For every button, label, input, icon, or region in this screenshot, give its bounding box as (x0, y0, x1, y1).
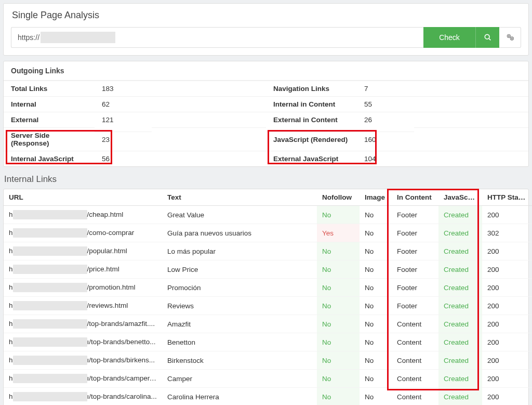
stat-value: 160 (357, 132, 414, 147)
settings-button[interactable] (499, 27, 521, 48)
search-icon (484, 33, 492, 42)
url-cell[interactable]: h/price.html (4, 260, 162, 279)
table-header-row: URLTextNofollowImageIn ContentJavaScript… (4, 189, 532, 206)
http-status-cell: 200 (482, 242, 532, 260)
nofollow-cell: No (317, 370, 360, 388)
nofollow-cell: No (317, 351, 360, 370)
table-row[interactable]: h/como-comprarGuía para nuevos usuariosY… (4, 224, 532, 242)
outgoing-links-stats: Total Links183Navigation Links7Internal6… (4, 81, 528, 166)
nofollow-cell: No (317, 260, 360, 279)
column-header[interactable]: Nofollow (317, 189, 360, 206)
stat-label: Internal JavaScript (4, 151, 95, 166)
column-header[interactable]: Text (162, 189, 317, 206)
http-status-cell: 302 (482, 224, 532, 242)
url-cell[interactable]: h/cheap.html (4, 206, 162, 224)
javascript-cell: Created (438, 279, 482, 297)
column-header[interactable]: HTTP Status (482, 189, 532, 206)
table-row[interactable]: h/promotion.htmlPromociónNoNoFooterCreat… (4, 279, 532, 297)
redaction-mask (13, 246, 87, 256)
http-status-cell: 200 (482, 279, 532, 297)
table-body: h/cheap.htmlGreat ValueNoNoFooterCreated… (4, 206, 532, 406)
stat-value: 55 (357, 96, 414, 112)
svg-point-5 (511, 38, 512, 39)
http-status-cell: 200 (482, 333, 532, 351)
in-content-cell: Content (392, 351, 438, 370)
table-row[interactable]: hı/top-brands/birkens...BirkenstockNoNoC… (4, 351, 532, 370)
text-cell: Amazfit (162, 315, 317, 333)
stat-label: Internal in Content (266, 96, 357, 112)
javascript-cell: Created (438, 315, 482, 333)
url-input[interactable] (11, 27, 423, 48)
column-header[interactable]: In Content (392, 189, 438, 206)
column-header[interactable]: JavaScript (438, 189, 482, 206)
http-status-cell: 200 (482, 388, 532, 406)
nofollow-cell: Yes (317, 224, 360, 242)
column-header[interactable]: URL (4, 189, 162, 206)
javascript-cell: Created (438, 351, 482, 370)
redaction-mask (13, 228, 87, 238)
image-cell: No (360, 260, 392, 279)
url-cell[interactable]: h/reviews.html (4, 297, 162, 315)
stat-label: External (4, 112, 95, 127)
http-status-cell: 200 (482, 260, 532, 279)
http-status-cell: 200 (482, 206, 532, 224)
stat-label: External JavaScript (266, 151, 357, 166)
redaction-mask (13, 319, 87, 329)
url-cell[interactable]: h/popular.html (4, 242, 162, 260)
internal-links-table: URLTextNofollowImageIn ContentJavaScript… (4, 189, 532, 405)
stat-value: 26 (357, 112, 414, 127)
redaction-mask (13, 374, 87, 383)
table-row[interactable]: h/price.htmlLow PriceNoNoFooterCreated20… (4, 260, 532, 279)
nofollow-cell: No (317, 315, 360, 333)
stat-label: External in Content (266, 112, 357, 127)
javascript-cell: Created (438, 370, 482, 388)
url-cell[interactable]: h/como-comprar (4, 224, 162, 242)
in-content-cell: Footer (392, 206, 438, 224)
in-content-cell: Footer (392, 297, 438, 315)
url-cell[interactable]: hı/top-brands/camper.... (4, 370, 162, 388)
table-row[interactable]: h/popular.htmlLo más popularNoNoFooterCr… (4, 242, 532, 260)
table-row[interactable]: hı/top-brands/carolina...Carolina Herrer… (4, 388, 532, 406)
url-cell[interactable]: h/promotion.html (4, 279, 162, 297)
table-row[interactable]: h/reviews.htmlReviewsNoNoFooterCreated20… (4, 297, 532, 315)
stat-label: JavaScript (Rendered) (266, 132, 357, 147)
image-cell: No (360, 333, 392, 351)
table-row[interactable]: h/cheap.htmlGreat ValueNoNoFooterCreated… (4, 206, 532, 224)
table-row[interactable]: h/top-brands/amazfit....AmazfitNoNoConte… (4, 315, 532, 333)
check-button[interactable]: Check (423, 27, 475, 48)
page-title: Single Page Analysis (12, 10, 521, 21)
text-cell: Promoción (162, 279, 317, 297)
redaction-mask (13, 356, 87, 365)
url-bar: Check (11, 27, 521, 48)
url-cell[interactable]: h/top-brands/amazfit.... (4, 315, 162, 333)
table-row[interactable]: hı/top-brands/benetto...BenettonNoNoCont… (4, 333, 532, 351)
outgoing-links-title: Outgoing Links (4, 61, 528, 81)
http-status-cell: 200 (482, 351, 532, 370)
text-cell: Carolina Herrera (162, 388, 317, 406)
image-cell: No (360, 206, 392, 224)
url-cell[interactable]: hı/top-brands/birkens... (4, 351, 162, 370)
svg-point-4 (508, 35, 509, 36)
svg-line-1 (489, 38, 490, 40)
stat-value: 23 (95, 132, 152, 147)
image-cell: No (360, 224, 392, 242)
javascript-cell: Created (438, 260, 482, 279)
text-cell: Great Value (162, 206, 317, 224)
image-cell: No (360, 279, 392, 297)
javascript-cell: Created (438, 224, 482, 242)
in-content-cell: Content (392, 333, 438, 351)
table-row[interactable]: hı/top-brands/camper....CamperNoNoConten… (4, 370, 532, 388)
redaction-mask (13, 337, 87, 347)
column-header[interactable]: Image (360, 189, 392, 206)
nofollow-cell: No (317, 333, 360, 351)
text-cell: Reviews (162, 297, 317, 315)
http-status-cell: 200 (482, 297, 532, 315)
url-cell[interactable]: hı/top-brands/carolina... (4, 388, 162, 406)
in-content-cell: Content (392, 388, 438, 406)
javascript-cell: Created (438, 333, 482, 351)
url-cell[interactable]: hı/top-brands/benetto... (4, 333, 162, 351)
stat-label: Total Links (4, 81, 95, 96)
image-cell: No (360, 242, 392, 260)
search-button[interactable] (475, 27, 499, 48)
in-content-cell: Content (392, 370, 438, 388)
